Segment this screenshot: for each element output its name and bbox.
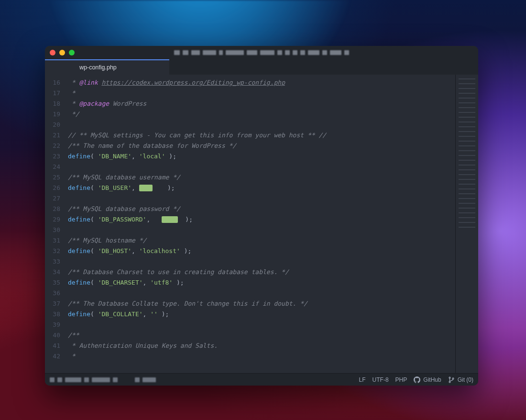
line-number: 36 (45, 288, 65, 298)
code-line: /** (68, 330, 450, 341)
code-line (68, 256, 450, 267)
code-line: define( 'DB_CHARSET', 'utf8' ); (68, 277, 450, 288)
code-line: /** MySQL database username */ (68, 172, 450, 183)
line-number: 37 (45, 298, 65, 309)
code-line (68, 320, 450, 330)
code-line (68, 193, 450, 204)
editor-window: wp-config.php 16171819202122232425262728… (45, 46, 478, 386)
tab-bar: wp-config.php (45, 59, 478, 75)
line-number: 31 (45, 235, 65, 246)
code-line: /** Database Charset to use in creating … (68, 267, 450, 277)
line-number: 23 (45, 151, 65, 162)
code-line: define( 'DB_COLLATE', '' ); (68, 309, 450, 320)
code-line: define( 'DB_USER', ); (68, 183, 450, 193)
line-number: 33 (45, 256, 65, 267)
status-git[interactable]: Git (0) (448, 376, 473, 383)
maximize-window-button[interactable] (69, 50, 75, 55)
line-number: 20 (45, 120, 65, 130)
line-number: 17 (45, 88, 65, 99)
status-github-label: GitHub (423, 376, 441, 383)
tab-label: wp-config.php (79, 64, 117, 71)
code-line: /** MySQL hostname */ (68, 235, 450, 246)
status-encoding[interactable]: UTF-8 (373, 376, 389, 383)
line-number: 28 (45, 204, 65, 214)
line-number: 21 (45, 130, 65, 141)
code-line: * (68, 88, 450, 99)
status-language[interactable]: PHP (395, 376, 407, 383)
code-line: define( 'DB_HOST', 'localhost' ); (68, 246, 450, 256)
line-number: 18 (45, 99, 65, 109)
line-number: 39 (45, 320, 65, 330)
github-icon (414, 376, 420, 383)
code-line: * @package WordPress (68, 99, 450, 109)
status-left-blurred (50, 377, 156, 382)
code-line: /** The Database Collate type. Don't cha… (68, 298, 450, 309)
svg-point-2 (452, 377, 454, 379)
minimap[interactable] (455, 75, 478, 373)
code-line (68, 162, 450, 172)
code-line: /** The name of the database for WordPre… (68, 141, 450, 151)
code-line: * @link https://codex.wordpress.org/Edit… (68, 77, 450, 88)
line-number: 27 (45, 193, 65, 204)
status-git-label: Git (0) (458, 376, 473, 383)
minimize-window-button[interactable] (59, 50, 65, 55)
code-line (68, 225, 450, 235)
code-line: // ** MySQL settings - You can get this … (68, 130, 450, 141)
code-line (68, 288, 450, 298)
code-content[interactable]: * @link https://codex.wordpress.org/Edit… (65, 75, 455, 373)
editor-area: 1617181920212223242526272829303132333435… (45, 75, 478, 373)
line-number: 24 (45, 162, 65, 172)
line-number: 26 (45, 183, 65, 193)
line-number: 42 (45, 351, 65, 362)
line-number: 22 (45, 141, 65, 151)
status-eol[interactable]: LF (359, 376, 366, 383)
line-number: 38 (45, 309, 65, 320)
close-window-button[interactable] (50, 50, 55, 55)
tab-wp-config[interactable]: wp-config.php (45, 59, 169, 75)
line-number: 35 (45, 277, 65, 288)
line-number: 29 (45, 214, 65, 225)
line-number-gutter: 1617181920212223242526272829303132333435… (45, 75, 65, 373)
code-line: */ (68, 109, 450, 120)
line-number: 32 (45, 246, 65, 256)
line-number: 30 (45, 225, 65, 235)
line-number: 34 (45, 267, 65, 277)
git-branch-icon (448, 376, 455, 383)
code-line: define( 'DB_NAME', 'local' ); (68, 151, 450, 162)
line-number: 41 (45, 341, 65, 351)
window-title-blurred (174, 50, 349, 55)
status-bar: LF UTF-8 PHP GitHub Git (0) (45, 373, 478, 386)
status-github[interactable]: GitHub (414, 376, 441, 383)
svg-point-0 (449, 377, 450, 378)
line-number: 25 (45, 172, 65, 183)
line-number: 16 (45, 77, 65, 88)
code-line: * Authentication Unique Keys and Salts. (68, 341, 450, 351)
line-number: 19 (45, 109, 65, 120)
code-line (68, 120, 450, 130)
svg-point-1 (449, 381, 450, 382)
code-line: * (68, 351, 450, 362)
line-number: 40 (45, 330, 65, 341)
code-line: define( 'DB_PASSWORD', ); (68, 214, 450, 225)
traffic-lights (50, 50, 75, 55)
code-line: /** MySQL database password */ (68, 204, 450, 214)
window-titlebar[interactable] (45, 46, 478, 59)
